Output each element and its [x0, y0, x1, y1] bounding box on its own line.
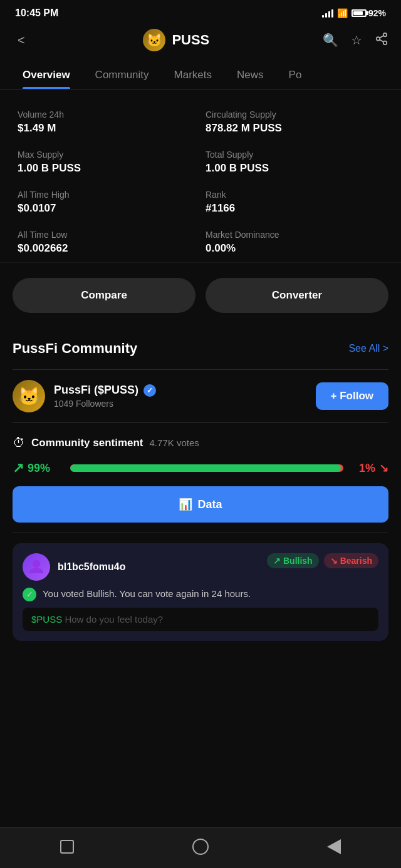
sentiment-bar: [70, 464, 343, 472]
data-button[interactable]: 📊 Data: [13, 486, 388, 523]
bullish-label: ↗ 99%: [13, 460, 63, 476]
battery-indicator: 92%: [352, 8, 386, 18]
search-icon[interactable]: 🔍: [323, 33, 338, 48]
bullish-pill[interactable]: ↗ Bullish: [267, 553, 319, 568]
page-header: < 🐱 PUSS 🔍 ☆: [0, 24, 401, 61]
divider: [13, 533, 388, 533]
bullish-arrow-icon: ↗: [273, 556, 281, 566]
wifi-icon: 📶: [337, 8, 348, 18]
data-btn-label: Data: [197, 498, 222, 511]
svg-line-4: [380, 35, 383, 38]
back-icon: [327, 839, 341, 854]
star-icon[interactable]: ☆: [351, 33, 362, 48]
stat-max-supply: Max Supply 1.00 B PUSS: [13, 142, 200, 182]
header-center: 🐱 PUSS: [143, 29, 209, 51]
sentiment-icon: ⏱: [13, 436, 25, 450]
bearish-arrow-icon: ↘: [379, 461, 388, 475]
stat-circulating-supply: Circulating Supply 878.82 M PUSS: [200, 102, 388, 142]
profile-avatar: 🐱: [13, 380, 45, 412]
post-input-area[interactable]: $PUSS How do you feel today?: [23, 608, 378, 631]
bearish-label: 1% ↘: [351, 461, 388, 475]
profile-followers: 1049 Followers: [54, 399, 156, 409]
time: 10:45 PM: [15, 8, 58, 19]
share-icon[interactable]: [375, 32, 388, 49]
status-icons: 📶 92%: [322, 8, 386, 18]
nav-stop-button[interactable]: [56, 835, 78, 858]
stat-all-time-low: All Time Low $0.002662: [13, 222, 200, 262]
bullish-arrow-icon: ↗: [13, 460, 24, 476]
coin-name: PUSS: [172, 32, 209, 48]
post-sentiment-pills: ↗ Bullish ↘ Bearish: [267, 553, 378, 568]
post-avatar: [23, 553, 50, 581]
bullish-bar-fill: [70, 464, 341, 472]
post-body: ✓ You voted Bullish. You can vote again …: [23, 587, 378, 601]
tab-overview[interactable]: Overview: [10, 61, 83, 89]
sentiment-title: Community sentiment: [31, 437, 143, 449]
stat-volume: Volume 24h $1.49 M: [13, 102, 200, 142]
follow-button[interactable]: + Follow: [316, 382, 388, 410]
post-header: bl1bc5fomu4o ↗ Bullish ↘ Bearish: [23, 553, 378, 581]
converter-button[interactable]: Converter: [206, 278, 388, 313]
sentiment-header: ⏱ Community sentiment 4.77K votes: [13, 436, 388, 450]
community-profile: 🐱 PussFi ($PUSS) ✓ 1049 Followers + Foll…: [13, 369, 388, 423]
community-header: PussFi Community See All >: [13, 340, 388, 357]
profile-info: PussFi ($PUSS) ✓ 1049 Followers: [54, 384, 156, 409]
data-btn-icon: 📊: [179, 498, 192, 511]
header-left: <: [13, 31, 30, 50]
header-actions: 🔍 ☆: [323, 32, 388, 49]
tab-po[interactable]: Po: [276, 61, 315, 89]
stat-market-dominance: Market Dominance 0.00%: [200, 222, 388, 262]
nav-home-button[interactable]: [189, 835, 212, 858]
tab-markets[interactable]: Markets: [162, 61, 224, 89]
tab-community[interactable]: Community: [83, 61, 162, 89]
verified-badge: ✓: [143, 384, 156, 397]
see-all-link[interactable]: See All >: [348, 343, 388, 354]
battery-percent: 92%: [368, 8, 386, 18]
tab-news[interactable]: News: [224, 61, 276, 89]
svg-line-3: [380, 39, 383, 42]
tab-bar: Overview Community Markets News Po: [0, 61, 401, 89]
compare-button[interactable]: Compare: [13, 278, 195, 313]
coin-avatar: 🐱: [143, 29, 165, 51]
post-username: bl1bc5fomu4o: [58, 561, 125, 573]
bottom-spacer: [0, 651, 401, 701]
home-icon: [192, 839, 209, 855]
stop-icon: [60, 840, 74, 854]
back-button[interactable]: <: [13, 31, 30, 50]
community-section: PussFi Community See All > 🐱 PussFi ($PU…: [0, 328, 401, 423]
bottom-nav: [0, 827, 401, 868]
stats-grid: Volume 24h $1.49 M Circulating Supply 87…: [0, 89, 401, 263]
post-input-placeholder: How do you feel today?: [65, 614, 163, 625]
nav-back-button[interactable]: [323, 835, 345, 858]
stat-all-time-high: All Time High $0.0107: [13, 182, 200, 222]
status-bar: 10:45 PM 📶 92%: [0, 0, 401, 24]
bearish-arrow-icon: ↘: [330, 556, 338, 566]
post-card: bl1bc5fomu4o ↗ Bullish ↘ Bearish ✓ You v…: [13, 543, 388, 641]
sentiment-votes: 4.77K votes: [150, 437, 199, 448]
stat-rank: Rank #1166: [200, 182, 388, 222]
post-input-prefix: $PUSS: [31, 614, 62, 625]
sentiment-section: ⏱ Community sentiment 4.77K votes ↗ 99% …: [0, 423, 401, 476]
signal-icon: [322, 9, 333, 18]
profile-left: 🐱 PussFi ($PUSS) ✓ 1049 Followers: [13, 380, 156, 412]
voted-checkmark-icon: ✓: [23, 588, 36, 601]
action-buttons: Compare Converter: [0, 263, 401, 328]
stat-total-supply: Total Supply 1.00 B PUSS: [200, 142, 388, 182]
sentiment-bar-row: ↗ 99% 1% ↘: [13, 460, 388, 476]
svg-point-5: [33, 560, 41, 568]
bearish-pill[interactable]: ↘ Bearish: [324, 553, 378, 568]
profile-name: PussFi ($PUSS) ✓: [54, 384, 156, 397]
community-title: PussFi Community: [13, 340, 137, 357]
